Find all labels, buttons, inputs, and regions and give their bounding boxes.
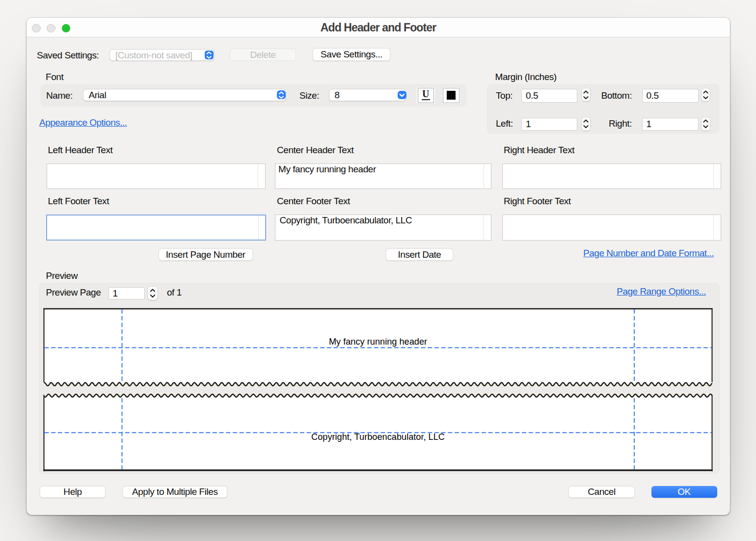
svg-text:My fancy running header: My fancy running header bbox=[329, 337, 427, 347]
svg-text:Copyright, Turboencabulator, L: Copyright, Turboencabulator, LLC bbox=[311, 432, 445, 442]
